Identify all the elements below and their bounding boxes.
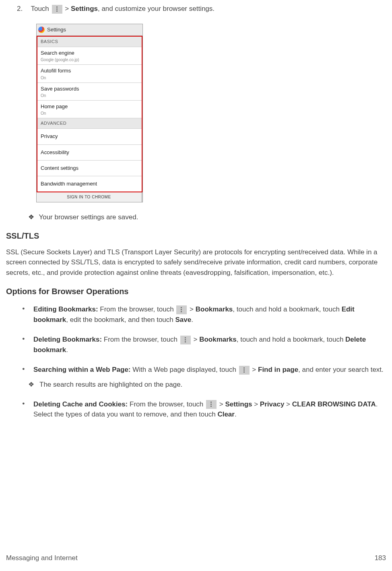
- chrome-logo-icon: [38, 27, 45, 33]
- step-text-pre: Touch: [31, 5, 51, 12]
- op-deleting-cache: Deleting Cache and Cookies: From the bro…: [22, 399, 386, 420]
- setting-autofill: Autofill forms On: [37, 65, 142, 82]
- overflow-menu-icon: [176, 305, 187, 314]
- diamond-bullet-icon: ❖: [28, 212, 37, 222]
- ssl-tls-heading: SSL/TLS: [6, 230, 386, 241]
- setting-save-passwords: Save passwords On: [37, 83, 142, 101]
- saved-note-text: Your browser settings are saved.: [39, 213, 138, 221]
- page-footer: Messaging and Internet 183: [6, 553, 386, 563]
- step-gt: >: [65, 5, 71, 12]
- setting-home-page: Home page On: [37, 101, 142, 118]
- advanced-header: ADVANCED: [37, 118, 142, 129]
- step-settings-bold: Settings: [71, 5, 98, 12]
- step-rest: , and customize your browser settings.: [98, 5, 215, 12]
- overflow-menu-icon: [206, 400, 217, 409]
- setting-privacy: Privacy: [37, 129, 142, 144]
- footer-section-title: Messaging and Internet: [6, 553, 78, 563]
- sign-in-bar: SIGN IN TO CHROME: [37, 192, 142, 202]
- overflow-menu-icon: [239, 366, 250, 375]
- overflow-menu-icon: [52, 5, 62, 14]
- op-deleting-bookmarks: Deleting Bookmarks: From the browser, to…: [22, 334, 386, 355]
- setting-accessibility: Accessibility: [37, 145, 142, 161]
- footer-page-number: 183: [375, 553, 386, 563]
- browser-ops-heading: Options for Browser Operations: [6, 286, 386, 297]
- basics-header: BASICS: [37, 37, 142, 47]
- saved-note-line: ❖ Your browser settings are saved.: [28, 212, 386, 222]
- step-2-line: 2. Touch > Settings, and customize your …: [17, 4, 386, 14]
- screenshot-header: Settings: [37, 24, 142, 36]
- op-searching-page: Searching within a Web Page: With a Web …: [22, 365, 386, 375]
- overflow-menu-icon: [180, 336, 191, 344]
- setting-content: Content settings: [37, 161, 142, 176]
- search-highlight-note: The search results are highlighted on th…: [28, 380, 386, 390]
- screenshot-body-highlighted: BASICS Search engine Google (google.co.j…: [37, 36, 142, 192]
- setting-bandwidth: Bandwidth management: [37, 176, 142, 192]
- op-editing-bookmarks: Editing Bookmarks: From the browser, tou…: [22, 304, 386, 325]
- ssl-tls-paragraph: SSL (Secure Sockets Layer) and TLS (Tran…: [6, 247, 386, 278]
- chrome-settings-screenshot: Settings BASICS Search engine Google (go…: [36, 24, 143, 202]
- operations-list: Editing Bookmarks: From the browser, tou…: [22, 304, 386, 375]
- step-number: 2.: [17, 4, 29, 14]
- setting-search-engine: Search engine Google (google.co.jp): [37, 47, 142, 65]
- operations-list-2: Deleting Cache and Cookies: From the bro…: [22, 399, 386, 420]
- screenshot-title: Settings: [47, 26, 66, 33]
